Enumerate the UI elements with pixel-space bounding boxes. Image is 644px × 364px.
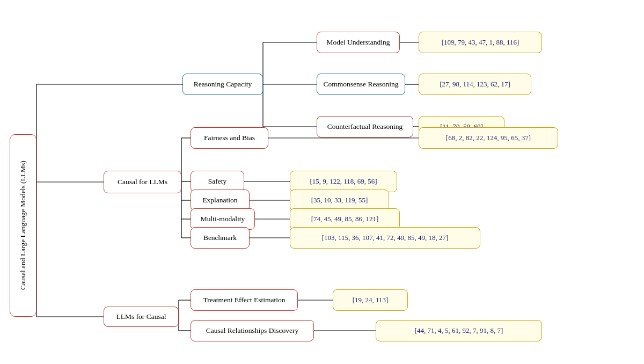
safety-node: Safety	[191, 171, 244, 192]
commonsense-reasoning-node: Commonsense Reasoning	[317, 74, 405, 95]
ref-benchmark: [103, 115, 36, 107, 41, 72, 40, 85, 49, …	[290, 227, 480, 249]
diagram: Causal and Large Language Models (LLMs) …	[0, 0, 644, 364]
ref-treatment: [19, 24, 113]	[333, 289, 408, 311]
ref-explanation: [35, 10, 33, 119, 55]	[290, 190, 389, 211]
ref-multi-modality: [74, 45, 49, 85, 86, 121]	[290, 208, 400, 230]
llms-for-causal-node: LLMs for Causal	[104, 307, 179, 327]
ref-fairness: [68, 2, 82, 22, 124, 95, 65, 37]	[419, 127, 558, 149]
ref-safety: [15, 9, 122, 118, 69, 56]	[290, 171, 397, 192]
ref-model-understanding: [109, 79, 43, 47, 1, 88, 116]	[419, 32, 542, 53]
multi-modality-node: Multi-modality	[191, 208, 255, 230]
fairness-bias-node: Fairness and Bias	[191, 127, 268, 149]
ref-commonsense: [27, 98, 114, 123, 62, 17]	[419, 74, 531, 95]
reasoning-capacity-node: Reasoning Capacity	[182, 74, 263, 95]
root-node: Causal and Large Language Models (LLMs)	[10, 134, 36, 317]
counterfactual-reasoning-node: Counterfactual Reasoning	[317, 116, 413, 137]
causal-relationships-node: Causal Relationships Discovery	[191, 320, 314, 341]
causal-for-llms-node: Causal for LLMs	[104, 171, 181, 193]
treatment-effect-node: Treatment Effect Estimation	[191, 289, 298, 311]
benchmark-node: Benchmark	[191, 227, 250, 249]
explanation-node: Explanation	[191, 190, 250, 211]
ref-causal-relationships: [44, 71, 4, 5, 61, 92, 7, 91, 8, 7]	[376, 320, 542, 341]
model-understanding-node: Model Understanding	[317, 32, 400, 53]
